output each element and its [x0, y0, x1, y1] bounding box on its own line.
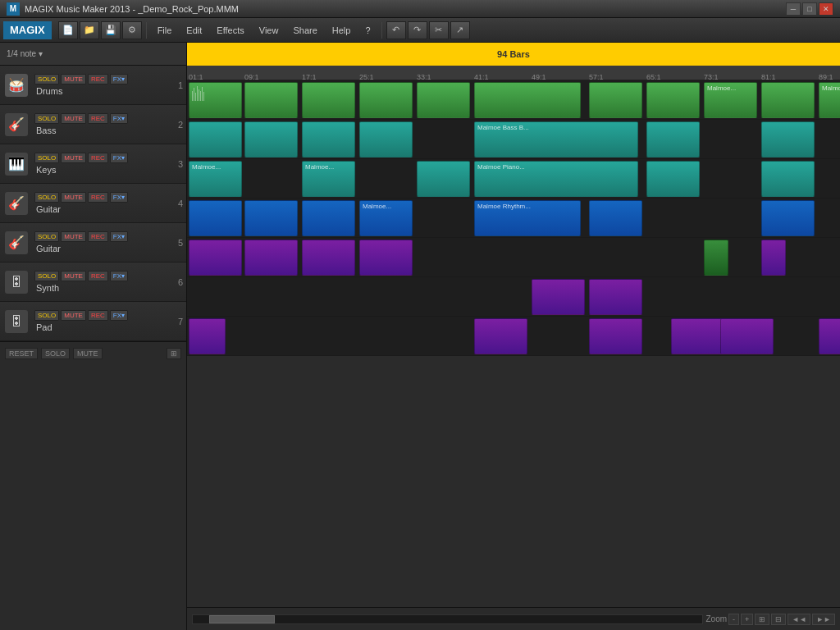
clip-guitar2-2[interactable] — [244, 240, 298, 276]
scroll-thumb[interactable] — [209, 615, 275, 623]
clip-keys-3[interactable] — [417, 161, 470, 197]
menu-effects[interactable]: Effects — [210, 21, 250, 39]
fx-button-synth[interactable]: FX▾ — [110, 271, 128, 281]
clip-guitar2-5[interactable] — [704, 240, 728, 276]
cut-button[interactable]: ✂ — [429, 21, 449, 39]
clip-drums-2[interactable] — [244, 82, 298, 118]
clip-drums-5[interactable] — [417, 82, 470, 118]
clip-pad-1[interactable] — [189, 318, 226, 354]
clip-guitar1-2[interactable] — [244, 200, 298, 236]
clip-bass-4[interactable] — [359, 121, 413, 158]
mute-button-synth[interactable]: MUTE — [61, 271, 86, 281]
redo-button[interactable]: ↷ — [408, 21, 427, 39]
clip-guitar1-3[interactable] — [302, 200, 355, 236]
clip-keys-4[interactable]: Malmoe Piano... — [474, 161, 638, 197]
clip-bass-6[interactable] — [646, 121, 700, 158]
fx-button-keys[interactable]: FX▾ — [110, 153, 128, 163]
clip-bass-3[interactable] — [302, 121, 355, 158]
menu-question[interactable]: ? — [358, 21, 377, 39]
clip-drums-6[interactable] — [474, 82, 581, 118]
reset-button[interactable]: RESET — [5, 348, 38, 359]
clip-drums-11[interactable]: Malmoe... — [819, 82, 840, 118]
fx-button-bass[interactable]: FX▾ — [110, 113, 128, 124]
clip-synth-2[interactable] — [589, 279, 642, 315]
clip-bass-1[interactable] — [189, 121, 242, 158]
clip-bass-7[interactable] — [761, 121, 815, 158]
rec-button-bass[interactable]: REC — [88, 113, 108, 124]
clip-guitar2-3[interactable] — [302, 240, 355, 276]
zoom-in-button[interactable]: + — [741, 614, 753, 625]
rec-button-pad[interactable]: REC — [88, 310, 108, 321]
fit-button[interactable]: ⊞ — [755, 614, 769, 625]
mute-button-bass[interactable]: MUTE — [61, 113, 86, 124]
fx-button-guitar1[interactable]: FX▾ — [110, 192, 128, 203]
open-button[interactable]: 📁 — [80, 21, 99, 39]
clip-guitar1-5[interactable]: Malmoe Rhythm... — [474, 200, 581, 236]
solo-button-pad[interactable]: SOLO — [34, 310, 59, 321]
solo-button-drums[interactable]: SOLO — [34, 74, 59, 84]
clip-drums-3[interactable] — [302, 82, 355, 118]
clip-drums-1[interactable] — [189, 82, 242, 118]
rec-button-guitar2[interactable]: REC — [88, 231, 108, 242]
mute-button-guitar2[interactable]: MUTE — [61, 231, 86, 242]
save-button[interactable]: 💾 — [101, 21, 121, 39]
horizontal-scrollbar[interactable] — [192, 614, 703, 624]
vol2-button[interactable]: ►► — [812, 614, 835, 625]
clip-bass-2[interactable] — [244, 121, 298, 158]
clip-guitar2-6[interactable] — [761, 240, 786, 276]
rec-button-drums[interactable]: REC — [88, 74, 108, 84]
clip-pad-6[interactable] — [819, 318, 840, 354]
close-button[interactable]: ✕ — [819, 2, 833, 16]
menu-view[interactable]: View — [253, 21, 285, 39]
expand-button[interactable]: ⊟ — [771, 614, 786, 625]
solo-button-bass[interactable]: SOLO — [34, 113, 59, 124]
clip-bass-5[interactable]: Malmoe Bass B... — [474, 121, 638, 158]
clip-keys-6[interactable] — [761, 161, 815, 197]
clip-drums-7[interactable] — [589, 82, 642, 118]
grid-button[interactable]: ⊞ — [167, 348, 181, 359]
rec-button-synth[interactable]: REC — [88, 271, 108, 281]
clip-drums-4[interactable] — [359, 82, 413, 118]
settings-button[interactable]: ⚙ — [122, 21, 142, 39]
fx-button-guitar2[interactable]: FX▾ — [110, 231, 128, 242]
new-button[interactable]: 📄 — [58, 21, 78, 39]
clip-keys-2[interactable]: Malmoe... — [302, 161, 355, 197]
clip-guitar1-4[interactable]: Malmoe... — [359, 200, 413, 236]
clip-guitar1-6[interactable] — [589, 200, 642, 236]
clip-guitar2-1[interactable] — [189, 240, 242, 276]
solo-button-guitar1[interactable]: SOLO — [34, 192, 59, 203]
clip-keys-5[interactable] — [646, 161, 700, 197]
footer-mute-button[interactable]: MUTE — [73, 348, 103, 359]
mute-button-keys[interactable]: MUTE — [61, 153, 86, 163]
clip-synth-1[interactable] — [532, 279, 585, 315]
maximize-button[interactable]: □ — [802, 2, 817, 16]
menu-help[interactable]: Help — [326, 21, 358, 39]
clip-pad-5[interactable] — [720, 318, 774, 354]
clip-guitar1-7[interactable] — [761, 200, 815, 236]
fx-button-pad[interactable]: FX▾ — [110, 310, 128, 321]
rec-button-keys[interactable]: REC — [88, 153, 108, 163]
menu-share[interactable]: Share — [286, 21, 323, 39]
clip-pad-2[interactable] — [474, 318, 527, 354]
cursor-button[interactable]: ↗ — [450, 21, 470, 39]
rec-button-guitar1[interactable]: REC — [88, 192, 108, 203]
menu-file[interactable]: File — [151, 21, 179, 39]
solo-button-guitar2[interactable]: SOLO — [34, 231, 59, 242]
minimize-button[interactable]: ─ — [786, 2, 801, 16]
clip-guitar1-1[interactable] — [189, 200, 242, 236]
clip-keys-1[interactable]: Malmoe... — [189, 161, 242, 197]
undo-button[interactable]: ↶ — [386, 21, 406, 39]
clip-drums-8[interactable] — [646, 82, 700, 118]
vol-button[interactable]: ◄◄ — [788, 614, 810, 625]
mute-button-drums[interactable]: MUTE — [61, 74, 86, 84]
clip-pad-4[interactable] — [671, 318, 724, 354]
mute-button-pad[interactable]: MUTE — [61, 310, 86, 321]
footer-solo-button[interactable]: SOLO — [41, 348, 70, 359]
menu-edit[interactable]: Edit — [180, 21, 208, 39]
solo-button-keys[interactable]: SOLO — [34, 153, 59, 163]
clip-drums-10[interactable] — [761, 82, 815, 118]
clip-guitar2-4[interactable] — [359, 240, 413, 276]
zoom-out-button[interactable]: - — [728, 614, 739, 625]
mute-button-guitar1[interactable]: MUTE — [61, 192, 86, 203]
clip-drums-9[interactable]: Malmoe... — [704, 82, 757, 118]
